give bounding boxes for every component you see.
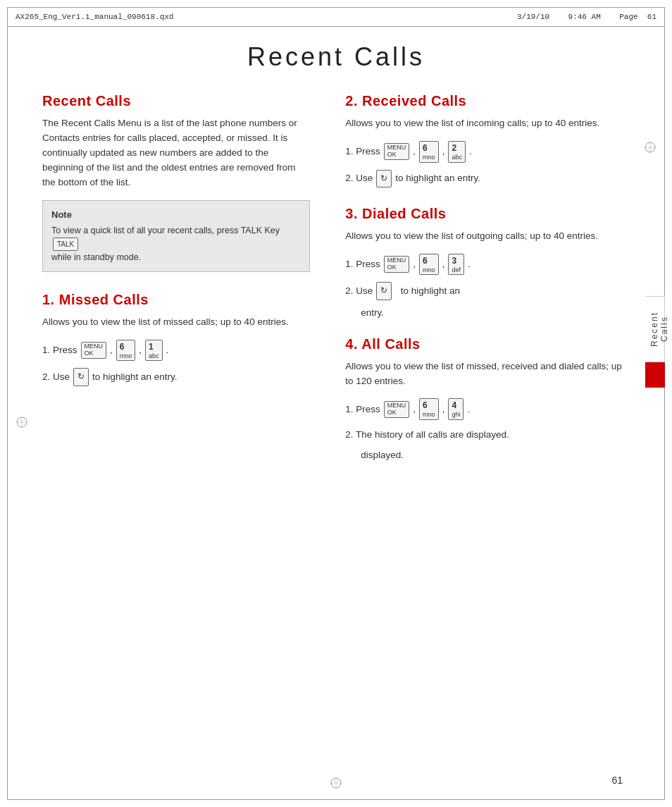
sidebar-tab-text: Recent Calls <box>645 296 665 362</box>
header-middle: 3/19/10 9:46 AM Page 61 <box>517 13 657 21</box>
reg-mark-bottom <box>330 777 342 789</box>
sidebar-tab: Recent Calls <box>645 296 665 388</box>
sidebar-tab-red <box>645 362 665 388</box>
header-left: AX265_Eng_Ver1.1_manual_090618.qxd <box>15 13 173 21</box>
header-bar: AX265_Eng_Ver1.1_manual_090618.qxd 3/19/… <box>7 7 665 27</box>
page-number: 61 <box>611 775 623 786</box>
reg-mark-left <box>15 416 28 429</box>
page-border <box>7 7 665 800</box>
reg-mark-right-top <box>644 141 657 154</box>
